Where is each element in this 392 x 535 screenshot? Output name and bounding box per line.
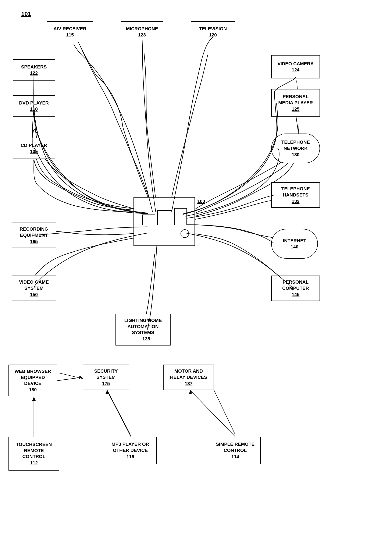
recording-equipment-num: 165 (30, 239, 38, 244)
recording-equipment-box: RECORDING EQUIPMENT 165 (12, 223, 56, 248)
touchscreen-remote-num: 112 (30, 460, 38, 466)
microphone-label: MICROPHONE (126, 26, 158, 32)
dvd-player-box: DVD PLAYER 110 (13, 95, 55, 117)
telephone-network-label: TELEPHONE NETWORK (281, 139, 310, 151)
central-hub: 100 (134, 197, 195, 246)
video-camera-num: 124 (292, 67, 300, 73)
cd-player-num: 105 (30, 149, 38, 154)
dvd-player-num: 110 (30, 106, 38, 112)
svg-line-14 (190, 390, 235, 437)
simple-remote-label: SIMPLE REMOTE CONTROL (216, 441, 254, 453)
svg-marker-9 (32, 397, 36, 401)
personal-computer-num: 145 (292, 292, 300, 297)
speakers-box: SPEAKERS 122 (13, 59, 55, 80)
telephone-handsets-num: 132 (292, 199, 300, 204)
svg-marker-13 (105, 390, 109, 394)
cd-player-box: CD PLAYER 105 (13, 138, 55, 159)
video-camera-box: VIDEO CAMERA 124 (271, 55, 320, 78)
television-label: TELEVISION (199, 26, 227, 32)
touchscreen-remote-box: TOUCHSCREEN REMOTE CONTROL 112 (9, 437, 59, 471)
internet-box: INTERNET 140 (271, 229, 318, 258)
av-receiver-label: A/V RECEIVER (53, 26, 86, 32)
lighting-automation-num: 135 (142, 336, 150, 342)
television-box: TELEVISION 120 (191, 21, 235, 42)
web-browser-device-box: WEB BROWSER EQUIPPED DEVICE 180 (9, 365, 57, 396)
motor-relay-num: 137 (185, 381, 193, 386)
motor-relay-box: MOTOR AND RELAY DEVICES 137 (163, 365, 214, 390)
cd-player-label: CD PLAYER (21, 142, 47, 149)
video-camera-label: VIDEO CAMERA (277, 61, 314, 67)
svg-marker-15 (189, 390, 192, 394)
telephone-network-num: 130 (292, 152, 300, 158)
web-browser-device-num: 180 (29, 387, 37, 393)
security-system-label: SECURITY SYSTEM (94, 368, 118, 380)
security-system-num: 175 (102, 381, 110, 386)
personal-media-player-label: PERSONAL MEDIA PLAYER (278, 94, 313, 106)
television-num: 120 (209, 32, 217, 38)
personal-computer-label: PERSONAL COMPUTER (282, 279, 309, 291)
ref-number: 101 (21, 11, 31, 17)
telephone-network-box: TELEPHONE NETWORK 130 (271, 134, 320, 163)
personal-media-player-box: PERSONAL MEDIA PLAYER 125 (271, 89, 320, 117)
web-browser-device-label: WEB BROWSER EQUIPPED DEVICE (15, 368, 51, 387)
mp3-player-box: MP3 PLAYER OR OTHER DEVICE 116 (104, 437, 157, 464)
video-game-system-label: VIDEO GAME SYSTEM (19, 279, 49, 291)
video-game-system-box: VIDEO GAME SYSTEM 150 (12, 276, 56, 301)
lighting-automation-box: LIGHTING/HOME AUTOMATION SYSTEMS 135 (116, 314, 171, 346)
svg-line-4 (105, 386, 130, 435)
simple-remote-box: SIMPLE REMOTE CONTROL 114 (210, 437, 261, 464)
microphone-num: 123 (138, 32, 146, 38)
recording-equipment-label: RECORDING EQUIPMENT (20, 226, 48, 238)
personal-computer-box: PERSONAL COMPUTER 145 (271, 276, 320, 301)
simple-remote-num: 114 (231, 454, 239, 460)
security-system-box: SECURITY SYSTEM 175 (83, 365, 129, 390)
touchscreen-remote-label: TOUCHSCREEN REMOTE CONTROL (16, 441, 52, 460)
mp3-player-num: 116 (126, 454, 134, 460)
speakers-label: SPEAKERS (21, 64, 47, 70)
lighting-automation-label: LIGHTING/HOME AUTOMATION SYSTEMS (124, 318, 162, 336)
personal-media-player-num: 125 (292, 106, 300, 112)
dvd-player-label: DVD PLAYER (19, 100, 49, 106)
telephone-handsets-box: TELEPHONE HANDSETS 132 (271, 182, 320, 208)
svg-line-6 (212, 386, 235, 435)
telephone-handsets-label: TELEPHONE HANDSETS (281, 186, 310, 198)
av-receiver-box: A/V RECEIVER 115 (47, 21, 93, 42)
internet-label: INTERNET (283, 238, 306, 244)
svg-line-12 (107, 390, 131, 437)
diagram-container: 101 (0, 0, 392, 535)
internet-num: 140 (291, 244, 299, 250)
motor-relay-label: MOTOR AND RELAY DEVICES (170, 368, 207, 380)
svg-line-10 (57, 377, 82, 381)
mp3-player-label: MP3 PLAYER OR OTHER DEVICE (112, 441, 149, 453)
microphone-box: MICROPHONE 123 (121, 21, 163, 42)
video-game-system-num: 150 (30, 292, 38, 297)
av-receiver-num: 115 (66, 32, 74, 38)
svg-marker-11 (79, 375, 82, 379)
speakers-num: 122 (30, 70, 38, 76)
